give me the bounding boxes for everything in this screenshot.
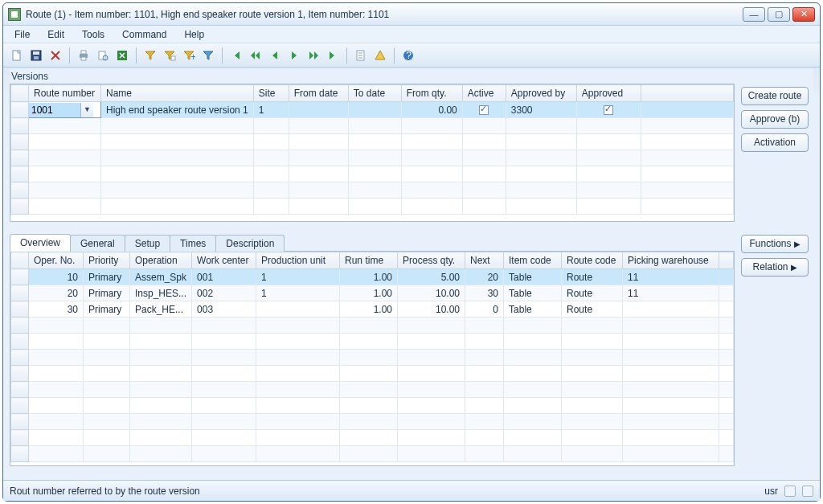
operation-row[interactable] bbox=[11, 318, 734, 334]
first-record-icon[interactable] bbox=[227, 47, 245, 64]
maximize-button[interactable]: ▢ bbox=[768, 7, 790, 22]
window-frame: Route (1) - Item number: 1101, High end … bbox=[2, 2, 821, 502]
document-icon[interactable] bbox=[352, 47, 370, 64]
last-record-icon[interactable] bbox=[324, 47, 342, 64]
tab-general[interactable]: General bbox=[70, 235, 125, 252]
versions-row[interactable] bbox=[11, 199, 734, 215]
operation-row[interactable] bbox=[11, 382, 734, 398]
tab-overview[interactable]: Overview bbox=[10, 234, 71, 252]
svg-rect-5 bbox=[81, 51, 86, 54]
operation-row[interactable] bbox=[11, 398, 734, 414]
app-icon bbox=[8, 8, 21, 21]
status-db-icon[interactable] bbox=[784, 486, 796, 497]
approve-button[interactable]: Approve (b) bbox=[741, 110, 809, 129]
alert-icon[interactable] bbox=[371, 47, 389, 64]
svg-text:+: + bbox=[190, 51, 195, 62]
tab-description[interactable]: Description bbox=[215, 235, 285, 252]
filter-field-icon[interactable] bbox=[141, 47, 159, 64]
status-user: usr bbox=[764, 486, 778, 497]
operation-row[interactable]: 10PrimaryAssem_Spk00111.005.0020TableRou… bbox=[11, 269, 734, 285]
next-page-icon[interactable] bbox=[305, 47, 322, 64]
operation-row[interactable] bbox=[11, 414, 734, 430]
operation-row[interactable] bbox=[11, 430, 734, 446]
next-record-icon[interactable] bbox=[285, 47, 303, 64]
operation-row[interactable] bbox=[11, 350, 734, 366]
content-area: Versions Route numberNameSiteFrom dateTo… bbox=[10, 69, 813, 479]
close-button[interactable]: ✕ bbox=[792, 7, 815, 22]
operation-row[interactable]: 20PrimaryInsp_HES...00211.0010.0030Table… bbox=[11, 285, 734, 301]
activation-button[interactable]: Activation bbox=[741, 133, 809, 152]
operation-row[interactable]: 30PrimaryPack_HE...0031.0010.000TableRou… bbox=[11, 301, 734, 318]
toolbar-separator bbox=[136, 47, 137, 64]
menu-tools[interactable]: Tools bbox=[74, 27, 113, 42]
tab-setup[interactable]: Setup bbox=[125, 235, 170, 252]
advanced-filter-icon[interactable]: + bbox=[180, 47, 198, 64]
minimize-button[interactable]: — bbox=[743, 7, 765, 22]
operation-row[interactable] bbox=[11, 334, 734, 350]
operation-row[interactable] bbox=[11, 366, 734, 382]
status-text: Rout number referred to by the route ver… bbox=[10, 486, 200, 497]
versions-row[interactable] bbox=[11, 150, 734, 166]
svg-rect-3 bbox=[34, 56, 39, 59]
toolbar: + ? bbox=[3, 43, 820, 68]
operations-grid[interactable]: Oper. No.PriorityOperationWork centerPro… bbox=[10, 252, 734, 465]
relation-button[interactable]: Relation▶ bbox=[741, 258, 809, 277]
svg-rect-0 bbox=[13, 51, 20, 60]
svg-text:?: ? bbox=[406, 50, 412, 61]
versions-row[interactable] bbox=[11, 118, 734, 134]
svg-rect-10 bbox=[171, 56, 175, 60]
export-excel-icon[interactable] bbox=[113, 47, 131, 64]
versions-row[interactable] bbox=[11, 182, 734, 199]
versions-row[interactable] bbox=[11, 134, 734, 150]
toolbar-separator bbox=[69, 47, 70, 64]
prev-record-icon[interactable] bbox=[266, 47, 284, 64]
svg-rect-2 bbox=[33, 51, 39, 55]
versions-grid[interactable]: Route numberNameSiteFrom dateTo dateFrom… bbox=[10, 84, 734, 221]
status-bar: Rout number referred to by the route ver… bbox=[3, 480, 820, 501]
status-layer-icon[interactable] bbox=[802, 486, 813, 497]
title-bar[interactable]: Route (1) - Item number: 1101, High end … bbox=[3, 3, 820, 26]
help-icon[interactable]: ? bbox=[399, 47, 417, 64]
clear-filter-icon[interactable] bbox=[199, 47, 217, 64]
toolbar-separator bbox=[394, 47, 395, 64]
print-icon[interactable] bbox=[75, 47, 92, 64]
route-number-input[interactable] bbox=[29, 103, 80, 117]
svg-rect-6 bbox=[81, 57, 86, 60]
menu-file[interactable]: File bbox=[6, 27, 38, 42]
menu-command[interactable]: Command bbox=[114, 27, 174, 42]
detail-tabstrip: Overview General Setup Times Description bbox=[10, 232, 735, 252]
toolbar-separator bbox=[346, 47, 347, 64]
versions-row[interactable] bbox=[11, 166, 734, 182]
menu-edit[interactable]: Edit bbox=[39, 27, 72, 42]
create-route-button[interactable]: Create route bbox=[741, 87, 809, 105]
new-icon[interactable] bbox=[8, 47, 26, 64]
approved-checkbox[interactable] bbox=[604, 105, 613, 115]
tab-times[interactable]: Times bbox=[170, 235, 216, 252]
functions-button[interactable]: Functions▶ bbox=[741, 235, 809, 253]
filter-selection-icon[interactable] bbox=[161, 47, 178, 64]
menu-help[interactable]: Help bbox=[176, 27, 212, 42]
print-preview-icon[interactable] bbox=[94, 47, 112, 64]
route-number-dropdown-icon[interactable]: ▼ bbox=[80, 103, 93, 117]
versions-row[interactable]: ▼High end speaker route version 110.0033… bbox=[11, 102, 734, 118]
operation-row[interactable] bbox=[11, 446, 734, 462]
delete-icon[interactable] bbox=[47, 47, 64, 64]
toolbar-separator bbox=[222, 47, 223, 64]
menu-bar: File Edit Tools Command Help bbox=[3, 26, 820, 43]
save-icon[interactable] bbox=[27, 47, 45, 64]
prev-page-icon[interactable] bbox=[247, 47, 264, 64]
window-title: Route (1) - Item number: 1101, High end … bbox=[26, 9, 389, 20]
active-checkbox[interactable] bbox=[479, 105, 489, 115]
versions-label: Versions bbox=[10, 69, 813, 84]
